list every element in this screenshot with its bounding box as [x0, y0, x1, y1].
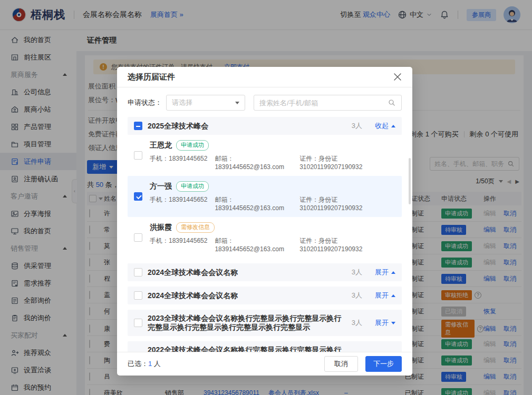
selected-count: 已选：1 人	[128, 359, 161, 369]
person-checkbox[interactable]	[134, 233, 142, 242]
caret-down-icon	[235, 102, 239, 104]
person-row[interactable]: 方一强申请成功手机：18391445652邮箱：18391445652@163.…	[128, 176, 402, 217]
group-toggle-label: 展开	[375, 268, 389, 277]
person-email: 邮箱：18391445652@163.com	[215, 236, 299, 253]
person-info: 洪振霞需修改信息手机：18391445652邮箱：18391445652@163…	[150, 222, 395, 253]
group-toggle-label: 展开	[375, 291, 389, 300]
group-checkbox[interactable]	[134, 122, 142, 130]
person-checkbox[interactable]	[134, 192, 142, 201]
credential-group: 2023全球技术峰会会议名称换行完整显示换行完整显示换行完整显示换行完整显示换行…	[128, 310, 402, 336]
person-detail-line: 手机：18391445652邮箱：18391445652@163.com证件：身…	[150, 195, 395, 212]
person-status-badge: 申请成功	[176, 140, 209, 151]
group-toggle[interactable]: 展开	[375, 291, 395, 300]
modal-filter-row: 申请状态： 请选择	[117, 87, 412, 117]
triangle-up-icon	[391, 271, 395, 274]
person-name: 方一强	[150, 182, 172, 191]
person-cert: 证件：身份证 310201199207190932	[299, 154, 395, 171]
triangle-up-icon	[391, 125, 395, 127]
person-status-badge: 需修改信息	[176, 222, 215, 233]
triangle-up-icon	[391, 294, 395, 297]
group-title: 2022全球技术峰会会议名称换行完整显示换行完整显示换行完整显示换行完整显示换行…	[148, 345, 346, 352]
select-placeholder: 请选择	[172, 98, 192, 107]
group-title: 2024全球技术峰会会议名称	[148, 291, 346, 300]
credential-group: 2024全球技术峰会会议名称3人展开	[128, 287, 402, 304]
group-toggle-label: 展开	[375, 318, 389, 328]
person-row[interactable]: 洪振霞需修改信息手机：18391445652邮箱：18391445652@163…	[128, 217, 402, 258]
credential-group: 2025全球技术峰会3人收起王恩龙申请成功手机：18391445652邮箱：18…	[128, 117, 402, 258]
person-email: 邮箱：18391445652@163.com	[215, 154, 299, 171]
group-toggle[interactable]: 收起	[375, 121, 395, 131]
person-phone: 手机：18391445652	[150, 154, 215, 171]
modal-group-list: 2025全球技术峰会3人收起王恩龙申请成功手机：18391445652邮箱：18…	[117, 117, 412, 352]
selected-label: 已选：	[128, 360, 148, 368]
apply-status-select[interactable]: 请选择	[166, 95, 245, 111]
app-root: 梧桐栈 会展名称会展名称 展商首页 » 切换至 观众中心 中文 参展商 我的首页…	[0, 0, 532, 395]
person-name: 王恩龙	[150, 141, 172, 150]
group-count: 3人	[352, 291, 362, 300]
person-info: 王恩龙申请成功手机：18391445652邮箱：18391445652@163.…	[150, 140, 395, 171]
person-email: 邮箱：18391445652@163.com	[215, 195, 299, 212]
apply-status-label: 申请状态：	[128, 98, 162, 107]
modal-title: 选择历届证件	[128, 72, 175, 82]
person-checkbox[interactable]	[134, 151, 142, 160]
person-cert: 证件：身份证 310201199207190932	[299, 195, 395, 212]
group-title: 2024全球技术峰会会议名称	[148, 268, 346, 277]
person-name-line: 洪振霞需修改信息	[150, 222, 395, 233]
modal-footer: 已选：1 人 取消 下一步	[117, 352, 412, 376]
person-name-line: 王恩龙申请成功	[150, 140, 395, 151]
person-phone: 手机：18391445652	[150, 195, 215, 212]
group-checkbox[interactable]	[134, 291, 142, 300]
group-header[interactable]: 2023全球技术峰会会议名称换行完整显示换行完整显示换行完整显示换行完整显示换行…	[128, 310, 402, 336]
person-name-line: 方一强申请成功	[150, 181, 395, 192]
group-header[interactable]: 2024全球技术峰会会议名称3人展开	[128, 263, 402, 281]
close-icon[interactable]	[393, 73, 402, 81]
person-info: 方一强申请成功手机：18391445652邮箱：18391445652@163.…	[150, 181, 395, 212]
person-detail-line: 手机：18391445652邮箱：18391445652@163.com证件：身…	[150, 154, 395, 171]
person-status-badge: 申请成功	[176, 181, 209, 192]
group-header[interactable]: 2025全球技术峰会3人收起	[128, 117, 402, 135]
modal-search-input[interactable]	[259, 99, 384, 107]
person-name: 洪振霞	[150, 223, 172, 232]
group-checkbox[interactable]	[134, 268, 142, 276]
search-icon	[388, 98, 396, 107]
group-header[interactable]: 2022全球技术峰会会议名称换行完整显示换行完整显示换行完整显示换行完整显示换行…	[128, 341, 402, 352]
group-toggle[interactable]: 展开	[375, 318, 395, 328]
group-count: 3人	[352, 268, 362, 277]
group-toggle-label: 收起	[375, 121, 389, 131]
group-toggle[interactable]: 展开	[375, 268, 395, 277]
group-header[interactable]: 2024全球技术峰会会议名称3人展开	[128, 287, 402, 304]
person-row[interactable]: 王恩龙申请成功手机：18391445652邮箱：18391445652@163.…	[128, 135, 402, 176]
group-count: 3人	[352, 318, 362, 328]
credential-group: 2022全球技术峰会会议名称换行完整显示换行完整显示换行完整显示换行完整显示换行…	[128, 341, 402, 352]
group-title: 2023全球技术峰会会议名称换行完整显示换行完整显示换行完整显示换行完整显示换行…	[148, 314, 346, 332]
credential-group: 2024全球技术峰会会议名称3人展开	[128, 263, 402, 281]
group-title: 2025全球技术峰会	[148, 122, 346, 131]
triangle-down-icon	[391, 322, 395, 324]
select-credentials-modal: 选择历届证件 申请状态： 请选择 2025全球技术峰会3人收起王恩龙申请成功手机…	[117, 67, 412, 376]
cancel-button[interactable]: 取消	[324, 356, 358, 372]
person-phone: 手机：18391445652	[150, 236, 215, 253]
group-checkbox[interactable]	[134, 319, 142, 327]
modal-header: 选择历届证件	[117, 67, 412, 87]
next-step-button[interactable]: 下一步	[365, 356, 402, 372]
scrollbar-thumb[interactable]	[409, 158, 411, 204]
selected-suffix: 人	[152, 360, 161, 368]
group-count: 3人	[352, 121, 362, 131]
person-cert: 证件：身份证 310201199207190932	[299, 236, 395, 253]
modal-search	[254, 95, 402, 111]
person-detail-line: 手机：18391445652邮箱：18391445652@163.com证件：身…	[150, 236, 395, 253]
